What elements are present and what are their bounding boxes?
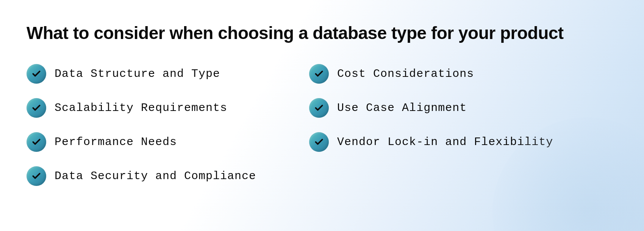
list-item-label: Cost Considerations xyxy=(337,67,474,80)
list-item-label: Scalability Requirements xyxy=(55,101,227,114)
list-item: Use Case Alignment xyxy=(309,98,553,118)
check-icon xyxy=(27,166,46,186)
check-icon xyxy=(309,64,329,84)
list-item: Cost Considerations xyxy=(309,64,553,84)
check-icon xyxy=(27,64,46,84)
check-icon xyxy=(309,98,329,118)
list-item-label: Data Structure and Type xyxy=(55,67,220,80)
list-item-label: Data Security and Compliance xyxy=(55,170,256,183)
check-icon xyxy=(309,132,329,152)
page-title: What to consider when choosing a databas… xyxy=(27,23,617,43)
list-item: Performance Needs xyxy=(27,132,256,152)
list-item-label: Use Case Alignment xyxy=(337,101,467,114)
list-item: Data Security and Compliance xyxy=(27,166,256,186)
check-icon xyxy=(27,98,46,118)
list-item: Data Structure and Type xyxy=(27,64,256,84)
list-item-label: Performance Needs xyxy=(55,136,177,148)
checklist-column-left: Data Structure and Type Scalability Requ… xyxy=(27,64,256,186)
check-icon xyxy=(27,132,46,152)
list-item: Scalability Requirements xyxy=(27,98,256,118)
